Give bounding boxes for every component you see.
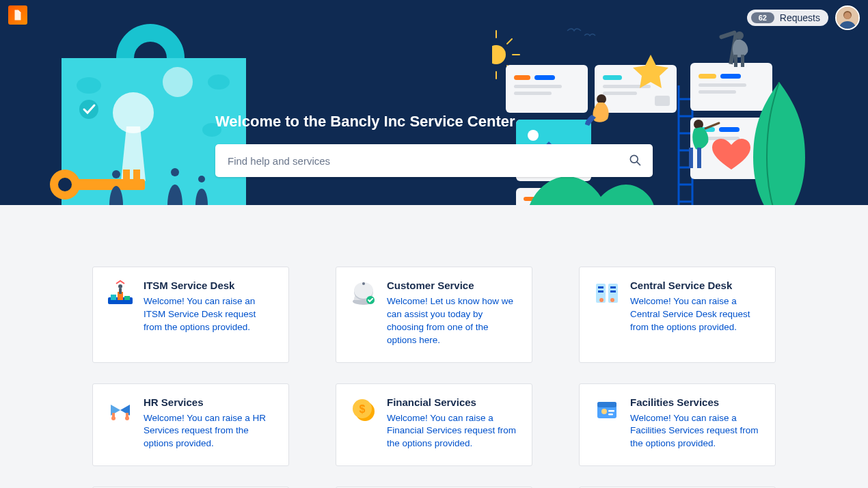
svg-point-74	[630, 155, 638, 163]
svg-text:$: $	[360, 403, 366, 415]
portal-card-central[interactable]: Central Service Desk Welcome! You can ra…	[579, 267, 776, 363]
svg-rect-14	[133, 170, 140, 183]
portal-desc: Welcome! You can raise an ITSM Service D…	[144, 295, 275, 334]
portal-title: Facilities Services	[630, 396, 761, 408]
portals-grid: ITSM Service Desk Welcome! You can raise…	[92, 267, 776, 488]
svg-rect-50	[699, 83, 746, 87]
portal-card-itsm[interactable]: ITSM Service Desk Welcome! You can raise…	[92, 267, 289, 363]
svg-rect-43	[603, 75, 622, 80]
svg-rect-106	[608, 414, 613, 416]
svg-line-25	[507, 39, 512, 44]
svg-rect-89	[598, 286, 603, 288]
svg-point-64	[597, 94, 606, 104]
svg-point-17	[171, 168, 179, 176]
svg-rect-105	[608, 410, 614, 412]
svg-point-94	[610, 298, 614, 302]
search-button[interactable]	[628, 153, 642, 169]
app-logo[interactable]	[8, 5, 27, 25]
svg-rect-79	[124, 296, 130, 300]
portal-desc: Welcome! You can raise a Central Service…	[630, 295, 761, 334]
svg-rect-77	[111, 295, 116, 300]
avatar-icon	[837, 7, 858, 29]
svg-point-6	[208, 74, 230, 90]
facilities-icon	[593, 396, 621, 424]
svg-point-80	[118, 284, 122, 288]
svg-rect-98	[126, 413, 128, 418]
svg-rect-37	[506, 65, 588, 113]
portal-desc: Welcome! You can raise a Financial Servi…	[387, 412, 518, 451]
svg-rect-91	[610, 286, 616, 288]
svg-rect-71	[734, 55, 737, 67]
portal-desc: Welcome! Let us know how we can assist y…	[387, 295, 518, 347]
portal-title: HR Services	[144, 396, 275, 408]
portal-title: Central Service Desk	[630, 280, 761, 291]
svg-rect-45	[603, 92, 637, 95]
portal-card-hr[interactable]: HR Services Welcome! You can raise a HR …	[92, 383, 289, 467]
hero-leaf-right	[752, 82, 806, 205]
svg-rect-103	[597, 402, 616, 407]
requests-badge: 62	[751, 12, 774, 23]
svg-point-18	[198, 176, 205, 182]
svg-rect-15	[123, 170, 130, 179]
customer-icon	[350, 280, 377, 307]
search-icon	[628, 153, 642, 167]
requests-label: Requests	[780, 12, 820, 23]
itsm-icon	[107, 280, 134, 307]
portal-desc: Welcome! You can raise a Facilities Serv…	[630, 412, 761, 451]
portal-card-facilities[interactable]: Facilities Services Welcome! You can rai…	[579, 383, 776, 467]
central-icon	[593, 280, 621, 307]
svg-point-70	[735, 31, 744, 40]
svg-rect-92	[610, 290, 616, 293]
svg-point-93	[599, 298, 603, 302]
hero-title: Welcome to the Bancly Inc Service Center	[215, 113, 653, 131]
svg-point-5	[77, 77, 101, 94]
portal-title: ITSM Service Desk	[144, 280, 275, 291]
svg-rect-39	[534, 75, 555, 80]
portal-desc: Welcome! You can raise a HR Services req…	[144, 412, 275, 451]
portal-card-customer[interactable]: Customer Service Welcome! Let us know ho…	[336, 267, 532, 363]
svg-rect-54	[719, 127, 740, 132]
svg-rect-41	[514, 92, 552, 95]
svg-rect-51	[699, 90, 736, 94]
portal-title: Financial Services	[387, 396, 518, 408]
financial-icon: $	[350, 396, 377, 424]
svg-rect-46	[655, 96, 670, 106]
svg-rect-81	[119, 288, 122, 294]
portal-card-financial[interactable]: $ Financial Services Welcome! You can ra…	[336, 383, 532, 467]
svg-point-8	[163, 67, 193, 97]
svg-point-104	[601, 409, 607, 414]
svg-rect-38	[514, 75, 530, 80]
svg-rect-40	[514, 85, 562, 88]
svg-line-75	[637, 162, 640, 165]
portal-title: Customer Service	[387, 280, 518, 291]
svg-rect-96	[112, 413, 115, 418]
svg-point-12	[58, 178, 72, 191]
svg-point-19	[492, 45, 506, 64]
svg-rect-49	[720, 74, 741, 79]
svg-point-86	[362, 282, 365, 285]
svg-rect-48	[699, 74, 716, 79]
svg-rect-67	[697, 148, 701, 168]
hr-icon	[107, 396, 134, 424]
svg-rect-66	[689, 148, 693, 168]
svg-point-10	[79, 100, 98, 119]
svg-point-2	[844, 12, 851, 19]
requests-button[interactable]: 62 Requests	[747, 10, 828, 26]
svg-rect-72	[741, 55, 744, 67]
svg-point-16	[112, 170, 120, 178]
hero-banner: 62 Requests	[0, 0, 868, 205]
profile-avatar[interactable]	[835, 5, 860, 30]
svg-rect-90	[598, 290, 603, 293]
search-input[interactable]	[226, 154, 628, 167]
logo-icon	[12, 9, 24, 21]
search-box[interactable]	[215, 144, 653, 177]
